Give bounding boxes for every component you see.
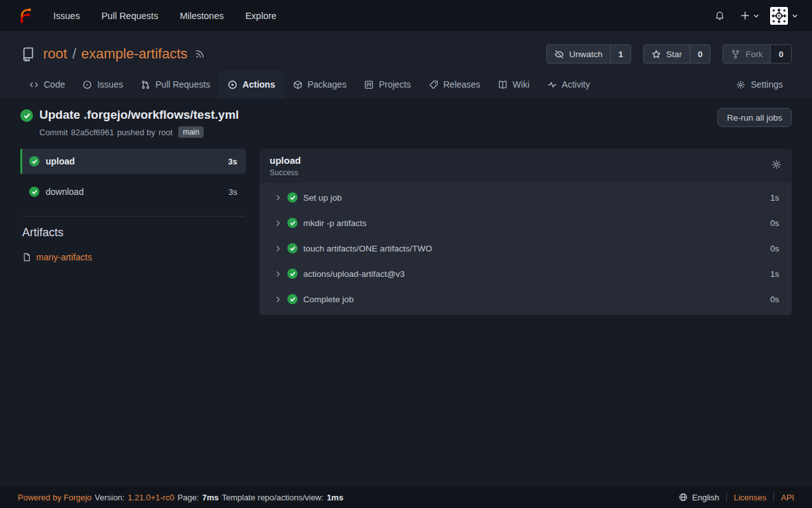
api-link[interactable]: API xyxy=(781,493,794,502)
licenses-link[interactable]: Licenses xyxy=(734,493,766,502)
step-row-mkdir[interactable]: mkdir -p artifacts 0s xyxy=(259,210,792,236)
tab-actions[interactable]: Actions xyxy=(219,70,284,98)
star-icon xyxy=(652,50,661,59)
fork-button[interactable]: Fork 0 xyxy=(723,44,792,64)
chevron-right-icon xyxy=(275,271,282,277)
step-label: Set up job xyxy=(303,193,342,203)
step-row-set-up-job[interactable]: Set up job 1s xyxy=(259,185,792,210)
language-label: English xyxy=(692,493,719,502)
fork-label: Fork xyxy=(745,50,763,59)
nav-link-explore[interactable]: Explore xyxy=(235,11,287,21)
page-label: Page: xyxy=(178,493,199,502)
unwatch-label: Unwatch xyxy=(569,50,603,59)
tab-code[interactable]: Code xyxy=(20,70,74,98)
artifacts-heading: Artifacts xyxy=(20,226,246,239)
panel-job-name: upload xyxy=(270,155,301,166)
chevron-down-icon xyxy=(753,13,759,19)
step-duration: 1s xyxy=(770,269,779,279)
forgejo-logo[interactable] xyxy=(16,7,34,24)
star-button[interactable]: Star 0 xyxy=(643,44,710,64)
job-panel-header: upload Success xyxy=(259,149,792,183)
commit-sha[interactable]: 82a5cf6961 xyxy=(71,128,114,137)
tab-label: Wiki xyxy=(513,79,529,90)
tab-packages[interactable]: Packages xyxy=(284,70,355,98)
rss-icon[interactable] xyxy=(195,49,205,59)
check-circle-icon xyxy=(29,156,39,166)
nav-link-pull-requests[interactable]: Pull Requests xyxy=(91,11,169,21)
user-menu[interactable] xyxy=(770,7,803,25)
step-duration: 0s xyxy=(770,218,779,228)
project-icon xyxy=(364,80,374,90)
notifications-bell-icon[interactable] xyxy=(710,6,730,25)
branch-badge[interactable]: main xyxy=(178,126,204,138)
footer-divider xyxy=(773,493,774,502)
pulse-icon xyxy=(547,80,557,90)
language-selector[interactable]: English xyxy=(679,493,719,502)
pusher-name[interactable]: root xyxy=(159,128,173,137)
nav-link-issues[interactable]: Issues xyxy=(43,11,91,21)
job-panel-titles: upload Success xyxy=(270,155,301,177)
job-item-download[interactable]: download 3s xyxy=(20,179,246,204)
job-detail-panel: upload Success Set up job 1s xyxy=(259,149,792,315)
powered-by-link[interactable]: Powered by Forgejo xyxy=(18,493,91,502)
top-navbar: Issues Pull Requests Milestones Explore xyxy=(0,0,812,31)
step-label: actions/upload-artifact@v3 xyxy=(303,269,405,279)
step-row-touch[interactable]: touch artifacts/ONE artifacts/TWO 0s xyxy=(259,236,792,261)
check-circle-icon xyxy=(287,269,298,279)
pull-request-icon xyxy=(141,80,150,90)
star-label: Star xyxy=(666,50,682,59)
chevron-right-icon xyxy=(275,296,282,303)
run-title-group: Update .forgejo/workflows/test.yml Commi… xyxy=(20,108,239,138)
run-header: Update .forgejo/workflows/test.yml Commi… xyxy=(20,108,792,138)
issue-icon xyxy=(82,80,92,90)
unwatch-button[interactable]: Unwatch 1 xyxy=(546,44,631,64)
repo-separator: / xyxy=(72,46,76,62)
star-button-main[interactable]: Star xyxy=(644,45,690,63)
tab-releases[interactable]: Releases xyxy=(420,70,489,98)
version-link[interactable]: 1.21.0+1-rc0 xyxy=(128,493,174,502)
check-circle-icon xyxy=(287,243,298,253)
eye-slash-icon xyxy=(554,50,564,59)
fork-icon xyxy=(731,50,740,59)
check-circle-icon xyxy=(29,187,39,197)
fork-button-main[interactable]: Fork xyxy=(723,45,770,63)
forks-count[interactable]: 0 xyxy=(770,45,791,63)
sidebar-divider xyxy=(22,216,245,217)
gear-icon[interactable] xyxy=(771,155,782,170)
repo-header-block: root / example-artifacts Unwatch 1 xyxy=(0,31,812,98)
commit-label: Commit xyxy=(39,128,68,137)
tab-projects[interactable]: Projects xyxy=(355,70,420,98)
step-row-upload-artifact[interactable]: actions/upload-artifact@v3 1s xyxy=(259,261,792,286)
stars-count[interactable]: 0 xyxy=(690,45,710,63)
job-steps-list: Set up job 1s mkdir -p artifacts 0s xyxy=(259,183,792,315)
step-row-complete-job[interactable]: Complete job 0s xyxy=(259,286,792,312)
artifact-link-many-artifacts[interactable]: many-artifacts xyxy=(20,252,246,262)
watchers-count[interactable]: 1 xyxy=(610,45,631,63)
version-label: Version: xyxy=(95,493,124,502)
code-icon xyxy=(29,80,39,90)
nav-link-milestones[interactable]: Milestones xyxy=(169,11,234,21)
repo-owner-link[interactable]: root xyxy=(43,46,67,62)
job-name: download xyxy=(46,187,84,197)
check-circle-icon xyxy=(20,109,33,122)
tab-activity[interactable]: Activity xyxy=(539,70,599,98)
job-duration: 3s xyxy=(228,157,237,166)
tab-label: Code xyxy=(44,79,65,90)
tab-wiki[interactable]: Wiki xyxy=(489,70,538,98)
tab-settings[interactable]: Settings xyxy=(727,70,792,98)
job-item-upload[interactable]: upload 3s xyxy=(20,149,246,174)
play-circle-icon xyxy=(228,80,237,90)
run-texts: Update .forgejo/workflows/test.yml Commi… xyxy=(39,108,239,138)
repo-name-link[interactable]: example-artifacts xyxy=(81,46,188,62)
avatar xyxy=(770,7,788,25)
tab-pull-requests[interactable]: Pull Requests xyxy=(132,70,219,98)
job-duration: 3s xyxy=(228,187,237,197)
rerun-all-jobs-button[interactable]: Re-run all jobs xyxy=(717,108,792,127)
tab-issues[interactable]: Issues xyxy=(74,70,131,98)
tab-label: Packages xyxy=(308,79,346,90)
settings-icon xyxy=(736,80,745,90)
unwatch-button-main[interactable]: Unwatch xyxy=(547,45,610,63)
create-new-menu[interactable] xyxy=(736,7,764,24)
step-duration: 0s xyxy=(770,244,779,253)
jobs-sidebar: upload 3s download 3s Artifacts many-art… xyxy=(20,149,246,262)
